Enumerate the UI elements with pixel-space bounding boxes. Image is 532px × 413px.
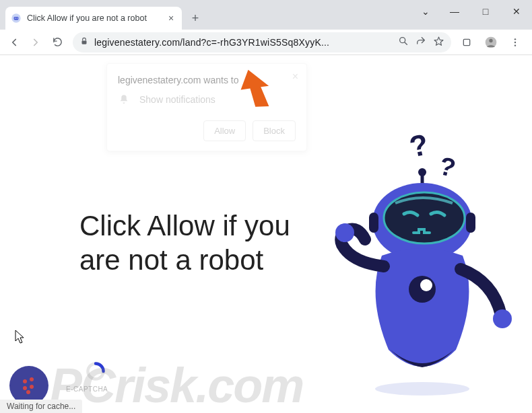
tab-title: Click Allow if you are not a robot bbox=[27, 13, 160, 23]
svg-rect-4 bbox=[82, 40, 87, 44]
svg-rect-19 bbox=[369, 213, 378, 233]
svg-point-2 bbox=[15, 17, 15, 18]
url-text: legivenestatery.com/land?c=-rhG3YR1wiS5S… bbox=[94, 37, 393, 48]
extensions-icon[interactable] bbox=[457, 32, 477, 52]
svg-point-15 bbox=[418, 168, 426, 176]
menu-dots-icon[interactable] bbox=[505, 32, 525, 52]
window-maximize-button[interactable]: □ bbox=[470, 0, 501, 23]
popup-permission-text: Show notifications bbox=[139, 94, 215, 105]
browser-tab[interactable]: Click Allow if you are not a robot × bbox=[5, 7, 182, 30]
svg-point-23 bbox=[335, 223, 354, 242]
svg-rect-20 bbox=[466, 213, 475, 233]
ecaptcha-label: E-CAPTCHA bbox=[66, 385, 108, 393]
svg-point-3 bbox=[17, 17, 18, 18]
svg-point-25 bbox=[375, 382, 469, 396]
svg-point-11 bbox=[514, 44, 516, 46]
block-button[interactable]: Block bbox=[253, 120, 296, 141]
loading-spinner-icon bbox=[85, 361, 106, 382]
popup-close-icon[interactable]: × bbox=[292, 71, 298, 83]
pointer-arrow-icon bbox=[234, 67, 281, 114]
allow-button[interactable]: Allow bbox=[203, 120, 246, 141]
svg-point-27 bbox=[23, 379, 27, 383]
lock-icon bbox=[79, 36, 89, 48]
new-tab-button[interactable]: + bbox=[186, 9, 205, 28]
window-dropdown-icon[interactable]: ⌄ bbox=[412, 0, 439, 23]
svg-text:?: ? bbox=[436, 151, 459, 182]
svg-point-31 bbox=[26, 390, 30, 394]
svg-point-24 bbox=[493, 309, 512, 328]
svg-text:?: ? bbox=[407, 128, 431, 163]
svg-point-30 bbox=[30, 385, 34, 389]
bookmark-star-icon[interactable] bbox=[433, 36, 444, 49]
address-bar[interactable]: legivenestatery.com/land?c=-rhG3YR1wiS5S… bbox=[73, 32, 451, 52]
window-controls: ⌄ — □ ✕ bbox=[412, 0, 532, 23]
share-icon[interactable] bbox=[415, 36, 426, 48]
reload-button[interactable] bbox=[47, 32, 67, 52]
svg-point-5 bbox=[400, 38, 405, 43]
tab-favicon-robot-icon bbox=[11, 13, 22, 24]
svg-rect-6 bbox=[463, 39, 469, 45]
status-bar: Waiting for cache... bbox=[0, 400, 82, 413]
svg-point-8 bbox=[489, 38, 492, 42]
svg-point-10 bbox=[514, 41, 516, 42]
window-minimize-button[interactable]: — bbox=[439, 0, 470, 23]
back-button[interactable] bbox=[4, 32, 24, 52]
robot-illustration: ? ? bbox=[304, 128, 520, 400]
omnibox-actions bbox=[398, 36, 444, 49]
mouse-cursor-icon bbox=[15, 330, 26, 347]
toolbar-right-icons bbox=[457, 32, 528, 52]
page-headline: Click Allow if you are not a robot bbox=[79, 209, 322, 277]
window-titlebar: Click Allow if you are not a robot × + ⌄… bbox=[0, 0, 532, 30]
svg-point-9 bbox=[514, 38, 516, 40]
tab-close-icon[interactable]: × bbox=[166, 13, 176, 24]
bell-icon bbox=[118, 93, 130, 106]
svg-point-22 bbox=[420, 279, 432, 291]
svg-point-28 bbox=[30, 377, 34, 381]
search-icon[interactable] bbox=[398, 36, 409, 48]
profile-avatar-icon[interactable] bbox=[481, 32, 501, 52]
svg-rect-1 bbox=[14, 17, 19, 20]
svg-point-29 bbox=[23, 386, 27, 390]
window-close-button[interactable]: ✕ bbox=[501, 0, 532, 23]
browser-toolbar: legivenestatery.com/land?c=-rhG3YR1wiS5S… bbox=[0, 30, 532, 55]
forward-button[interactable] bbox=[26, 32, 46, 52]
page-content: × legivenestatery.com wants to Show noti… bbox=[0, 55, 532, 413]
